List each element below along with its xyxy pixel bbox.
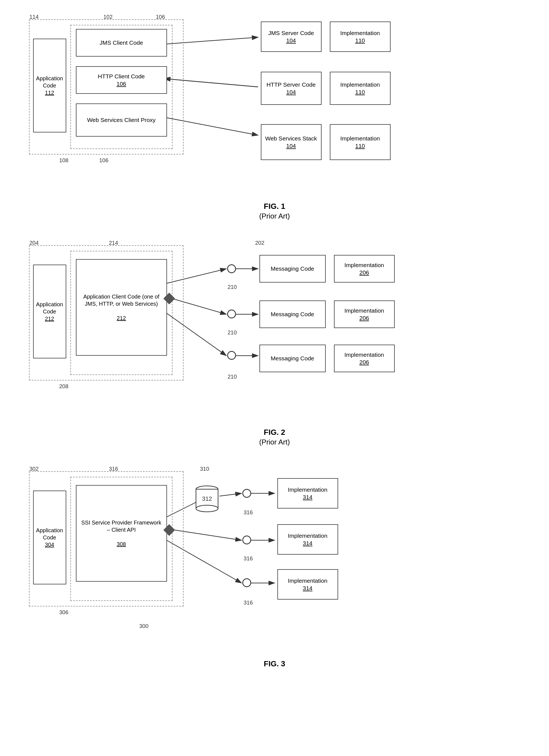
circle-top xyxy=(227,264,236,273)
app-code-304: Application Code 304 xyxy=(33,491,66,584)
ref-114: 114 xyxy=(30,14,39,20)
app-code-212: Application Code 212 xyxy=(33,265,66,358)
circle-fig3-top xyxy=(242,489,251,498)
ref-202: 202 xyxy=(255,240,264,246)
fig1-sublabel: (Prior Art) xyxy=(17,212,532,220)
ref-316-r2: 316 xyxy=(244,555,253,562)
page: Application Code 112 JMS Client Code HTT… xyxy=(0,0,549,756)
ssi-framework-box: SSI Service Provider Framework – Client … xyxy=(76,485,167,582)
cylinder-icon: 312 xyxy=(194,485,219,513)
messaging-code-1: Messaging Code xyxy=(259,255,326,283)
ref-210-1: 210 xyxy=(228,284,237,290)
ref-106-top: 106 xyxy=(156,14,165,20)
svg-text:312: 312 xyxy=(202,495,212,502)
messaging-code-2: Messaging Code xyxy=(259,300,326,328)
ref-106-bot: 106 xyxy=(99,157,108,164)
http-server-code-box: HTTP Server Code 104 xyxy=(261,72,322,105)
ref-306: 306 xyxy=(59,609,68,616)
ref-310: 310 xyxy=(200,466,209,472)
impl-206-top: Implementation 206 xyxy=(334,255,395,283)
ref-204: 204 xyxy=(30,240,39,246)
implementation-110-mid: Implementation 110 xyxy=(330,72,391,105)
app-code-112: Application Code 112 xyxy=(33,39,66,132)
circle-bot xyxy=(227,351,236,360)
ref-214: 214 xyxy=(109,240,118,246)
svg-line-16 xyxy=(219,493,241,496)
ref-108: 108 xyxy=(59,157,68,164)
impl-206-mid: Implementation 206 xyxy=(334,300,395,328)
ref-302: 302 xyxy=(30,466,39,472)
implementation-110-bot: Implementation 110 xyxy=(330,124,391,160)
implementation-110-top: Implementation 110 xyxy=(330,22,391,52)
ref-316-r1: 316 xyxy=(244,509,253,516)
messaging-code-3: Messaging Code xyxy=(259,345,326,372)
ref-208: 208 xyxy=(59,383,68,390)
fig2-diagram: Application Code 212 Application Client … xyxy=(18,237,531,425)
fig3-diagram: Application Code 304 SSI Service Provide… xyxy=(18,463,531,656)
ref-210-2: 210 xyxy=(228,329,237,336)
figure-1-section: Application Code 112 JMS Client Code HTT… xyxy=(17,11,532,220)
figure-3-section: Application Code 304 SSI Service Provide… xyxy=(17,463,532,668)
jms-client-code-box: JMS Client Code xyxy=(76,29,167,57)
svg-point-24 xyxy=(196,505,218,512)
web-services-client-box: Web Services Client Proxy xyxy=(76,103,167,137)
fig3-label: FIG. 3 xyxy=(17,659,532,668)
impl-206-bot: Implementation 206 xyxy=(334,345,395,372)
impl-314-mid: Implementation 314 xyxy=(278,524,338,555)
fig2-sublabel: (Prior Art) xyxy=(17,438,532,446)
ref-210-3: 210 xyxy=(228,374,237,380)
http-client-code-box: HTTP Client Code 106 xyxy=(76,66,167,94)
circle-mid xyxy=(227,310,236,318)
figure-2-section: Application Code 212 Application Client … xyxy=(17,237,532,446)
fig1-diagram: Application Code 112 JMS Client Code HTT… xyxy=(18,11,531,199)
impl-314-top: Implementation 314 xyxy=(278,478,338,509)
fig2-label: FIG. 2 xyxy=(17,428,532,437)
ref-300: 300 xyxy=(139,623,148,629)
ref-316-left: 316 xyxy=(109,466,118,472)
fig1-label: FIG. 1 xyxy=(17,202,532,211)
jms-server-code-box: JMS Server Code 104 xyxy=(261,22,322,52)
circle-fig3-mid xyxy=(242,536,251,544)
ref-102: 102 xyxy=(103,14,113,20)
web-services-stack-box: Web Services Stack 104 xyxy=(261,124,322,160)
impl-314-bot: Implementation 314 xyxy=(278,569,338,600)
circle-fig3-bot xyxy=(242,578,251,587)
ref-316-r3: 316 xyxy=(244,600,253,606)
app-client-code-box: Application Client Code (one of JMS, HTT… xyxy=(76,259,167,356)
